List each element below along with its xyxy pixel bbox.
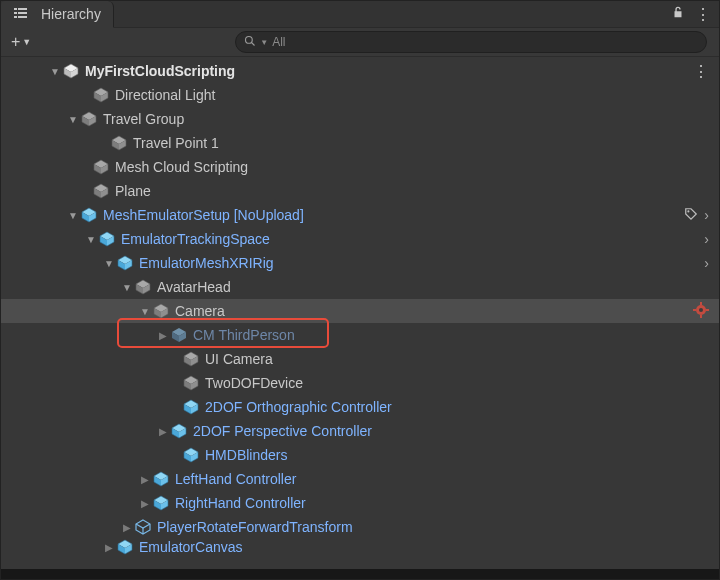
gameobject-icon <box>111 135 127 151</box>
add-dropdown-caret: ▼ <box>22 37 31 47</box>
lock-icon[interactable] <box>671 5 685 22</box>
svg-point-26 <box>246 36 253 43</box>
node-label: EmulatorMeshXRIRig <box>139 255 274 271</box>
node-label: Plane <box>115 183 151 199</box>
prefab-icon <box>117 539 133 555</box>
node-2dof-orthographic[interactable]: 2DOF Orthographic Controller <box>1 395 719 419</box>
open-prefab-icon[interactable]: › <box>704 255 709 271</box>
node-label: LeftHand Controller <box>175 471 296 487</box>
scene-menu-icon[interactable]: ⋮ <box>693 62 709 81</box>
node-label: Travel Group <box>103 111 184 127</box>
node-label: RightHand Controller <box>175 495 306 511</box>
toggle-icon[interactable]: ▼ <box>139 306 151 317</box>
hierarchy-list-icon <box>13 6 29 22</box>
open-prefab-icon[interactable]: › <box>704 207 709 223</box>
prefab-icon <box>171 327 187 343</box>
node-emulator-canvas[interactable]: ▶ EmulatorCanvas <box>1 539 719 555</box>
toggle-icon[interactable]: ▶ <box>103 542 115 553</box>
toggle-icon[interactable]: ▼ <box>67 210 79 221</box>
node-lefthand-controller[interactable]: ▶ LeftHand Controller <box>1 467 719 491</box>
node-label: TwoDOFDevice <box>205 375 303 391</box>
scene-name: MyFirstCloudScripting <box>85 63 235 79</box>
node-label: Directional Light <box>115 87 215 103</box>
open-prefab-icon[interactable]: › <box>704 231 709 247</box>
tab-title: Hierarchy <box>41 6 101 22</box>
toggle-icon[interactable]: ▶ <box>121 522 133 533</box>
node-label: EmulatorTrackingSpace <box>121 231 270 247</box>
search-icon <box>244 35 256 50</box>
toggle-icon[interactable]: ▼ <box>121 282 133 293</box>
node-emulator-mesh-xri-rig[interactable]: ▼ EmulatorMeshXRIRig › <box>1 251 719 275</box>
gameobject-icon <box>183 351 199 367</box>
node-travel-group[interactable]: ▼ Travel Group <box>1 107 719 131</box>
toolbar: + ▼ ▼ All <box>1 27 719 57</box>
prefab-icon <box>81 207 97 223</box>
toggle-icon[interactable]: ▼ <box>103 258 115 269</box>
search-input[interactable]: ▼ All <box>235 31 707 53</box>
node-camera[interactable]: ▼ Camera <box>1 299 719 323</box>
scene-icon <box>63 63 79 79</box>
tree: ▼ MyFirstCloudScripting ⋮ Directional Li… <box>1 57 719 555</box>
tab-bar: Hierarchy ⋮ <box>1 1 719 27</box>
node-label: Travel Point 1 <box>133 135 219 151</box>
node-label: 2DOF Perspective Controller <box>193 423 372 439</box>
node-hmd-blinders[interactable]: HMDBlinders <box>1 443 719 467</box>
node-two-dof-device[interactable]: TwoDOFDevice <box>1 371 719 395</box>
node-label: EmulatorCanvas <box>139 539 243 555</box>
toggle-icon[interactable]: ▼ <box>85 234 97 245</box>
node-cm-thirdperson[interactable]: ▶ CM ThirdPerson <box>1 323 719 347</box>
panel-bottom-edge <box>1 569 719 579</box>
prefab-icon <box>153 471 169 487</box>
toggle-icon[interactable]: ▶ <box>139 474 151 485</box>
node-label: UI Camera <box>205 351 273 367</box>
node-travel-point-1[interactable]: Travel Point 1 <box>1 131 719 155</box>
node-mesh-cloud-scripting[interactable]: Mesh Cloud Scripting <box>1 155 719 179</box>
node-2dof-perspective[interactable]: ▶ 2DOF Perspective Controller <box>1 419 719 443</box>
tab-hierarchy[interactable]: Hierarchy <box>1 1 114 28</box>
gameobject-icon <box>81 111 97 127</box>
node-label: CM ThirdPerson <box>193 327 295 343</box>
node-ui-camera[interactable]: UI Camera <box>1 347 719 371</box>
node-mesh-emulator-setup[interactable]: ▼ MeshEmulatorSetup [NoUpload] › <box>1 203 719 227</box>
node-label: Camera <box>175 303 225 319</box>
search-mode-caret[interactable]: ▼ <box>260 38 268 47</box>
toggle-icon[interactable]: ▶ <box>157 330 169 341</box>
toggle-icon[interactable]: ▶ <box>157 426 169 437</box>
node-label: AvatarHead <box>157 279 231 295</box>
toggle-icon[interactable]: ▶ <box>139 498 151 509</box>
node-label: HMDBlinders <box>205 447 287 463</box>
node-plane[interactable]: Plane <box>1 179 719 203</box>
gameobject-icon <box>153 303 169 319</box>
node-emulator-tracking-space[interactable]: ▼ EmulatorTrackingSpace › <box>1 227 719 251</box>
node-label: MeshEmulatorSetup [NoUpload] <box>103 207 304 223</box>
gameobject-icon <box>93 87 109 103</box>
prefab-icon <box>171 423 187 439</box>
node-avatar-head[interactable]: ▼ AvatarHead <box>1 275 719 299</box>
svg-line-27 <box>252 42 255 45</box>
tag-icon[interactable] <box>684 207 698 224</box>
node-label: Mesh Cloud Scripting <box>115 159 248 175</box>
prefab-icon <box>183 399 199 415</box>
gameobject-icon <box>93 183 109 199</box>
prefab-icon <box>183 447 199 463</box>
prefab-icon <box>153 495 169 511</box>
node-label: 2DOF Orthographic Controller <box>205 399 392 415</box>
panel-menu-icon[interactable]: ⋮ <box>695 5 709 24</box>
toggle-icon[interactable]: ▼ <box>49 66 61 77</box>
toggle-icon[interactable]: ▼ <box>67 114 79 125</box>
gameobject-icon <box>93 159 109 175</box>
search-placeholder: All <box>272 35 285 49</box>
node-player-rotate-forward[interactable]: ▶ PlayerRotateForwardTransform <box>1 515 719 539</box>
node-righthand-controller[interactable]: ▶ RightHand Controller <box>1 491 719 515</box>
node-label: PlayerRotateForwardTransform <box>157 519 353 535</box>
prefab-icon <box>117 255 133 271</box>
prefab-icon <box>99 231 115 247</box>
gameobject-icon <box>135 279 151 295</box>
node-directional-light[interactable]: Directional Light <box>1 83 719 107</box>
scene-root[interactable]: ▼ MyFirstCloudScripting ⋮ <box>1 59 719 83</box>
hierarchy-panel: Hierarchy ⋮ + ▼ ▼ All ▼ MyFirstClo <box>0 0 720 580</box>
gameobject-icon <box>183 375 199 391</box>
add-button[interactable]: + ▼ <box>7 33 35 51</box>
svg-point-28 <box>688 210 690 212</box>
missing-script-icon <box>693 302 709 321</box>
